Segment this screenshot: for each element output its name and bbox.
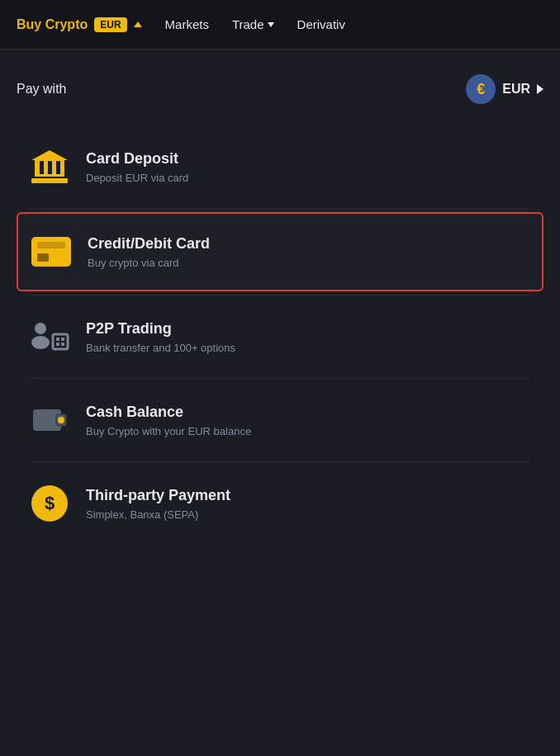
main-content: Pay with € EUR [0, 50, 560, 566]
svg-point-9 [58, 417, 64, 423]
svg-rect-6 [61, 343, 64, 346]
svg-point-1 [31, 336, 50, 349]
pay-with-header: Pay with € EUR [17, 74, 543, 104]
currency-selector[interactable]: € EUR [466, 74, 543, 104]
svg-point-0 [35, 323, 46, 334]
divider-3 [30, 378, 530, 379]
cash-balance-title: Cash Balance [86, 404, 530, 421]
p2p-trading-title: P2P Trading [86, 320, 530, 338]
card-deposit-title: Card Deposit [86, 150, 530, 168]
arrow-up-icon [134, 21, 142, 27]
trade-dropdown-icon [268, 22, 274, 27]
card-deposit-subtitle: Deposit EUR via card [86, 172, 530, 184]
p2p-trading-subtitle: Bank transfer and 100+ options [86, 342, 530, 354]
wallet-icon [30, 400, 69, 440]
divider-4 [30, 461, 530, 462]
svg-rect-2 [53, 334, 68, 349]
payment-option-card-deposit[interactable]: Card Deposit Deposit EUR via card [17, 129, 543, 205]
top-navigation: Buy Crypto EUR Markets Trade Derivativ [0, 0, 560, 50]
payment-option-cash-balance[interactable]: Cash Balance Buy Crypto with your EUR ba… [17, 382, 543, 458]
currency-chevron-right-icon [537, 84, 543, 94]
currency-icon: € [466, 74, 496, 104]
credit-debit-card-title: Credit/Debit Card [88, 235, 529, 253]
payment-option-p2p-trading[interactable]: P2P Trading Bank transfer and 100+ optio… [17, 299, 543, 375]
bank-icon [30, 147, 69, 187]
pay-with-label: Pay with [17, 82, 66, 97]
svg-rect-4 [61, 338, 64, 341]
trade-nav-item[interactable]: Trade [232, 17, 274, 31]
third-party-subtitle: Simplex, Banxa (SEPA) [86, 508, 530, 521]
currency-code: EUR [502, 82, 530, 97]
markets-nav-item[interactable]: Markets [165, 17, 209, 31]
svg-rect-3 [56, 338, 59, 341]
cash-balance-subtitle: Buy Crypto with your EUR balance [86, 425, 530, 437]
divider-2 [30, 295, 530, 295]
buy-crypto-label: Buy Crypto [17, 17, 88, 32]
dollar-coin-icon: $ [30, 484, 69, 523]
buy-crypto-nav-item[interactable]: Buy Crypto EUR [17, 17, 142, 32]
credit-card-icon [31, 232, 71, 272]
p2p-icon [30, 317, 69, 357]
currency-tag: EUR [94, 17, 126, 32]
derivatives-nav-item[interactable]: Derivativ [297, 17, 345, 31]
credit-debit-card-subtitle: Buy crypto via card [88, 257, 529, 269]
payment-option-credit-debit-card[interactable]: Credit/Debit Card Buy crypto via card [17, 212, 543, 291]
third-party-title: Third-party Payment [86, 487, 530, 504]
payment-option-third-party[interactable]: $ Third-party Payment Simplex, Banxa (SE… [17, 465, 543, 541]
divider-1 [30, 208, 530, 209]
payment-options-list: Card Deposit Deposit EUR via card Credit… [17, 129, 543, 541]
svg-rect-5 [56, 343, 59, 346]
